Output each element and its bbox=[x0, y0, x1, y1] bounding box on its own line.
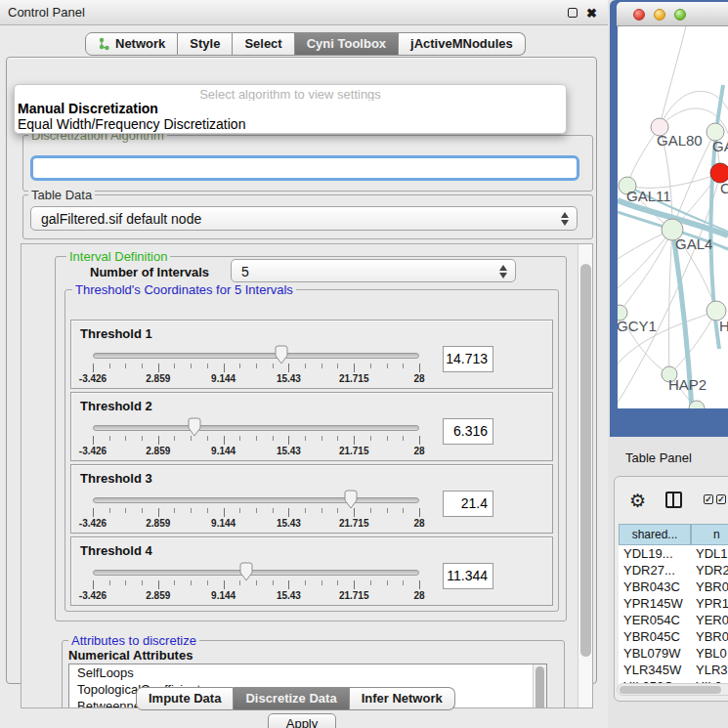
tab-select[interactable]: Select bbox=[233, 32, 294, 56]
network-window-titlebar[interactable] bbox=[617, 2, 728, 26]
column-header-name[interactable]: n bbox=[691, 524, 728, 545]
control-panel: Control Panel ✖ Network Style Select Cyn… bbox=[0, 0, 608, 728]
table-toolbar: ⚙ ✓ ✓ bbox=[615, 477, 728, 524]
algorithm-option-equal-width[interactable]: Equal Width/Frequency Discretization bbox=[15, 116, 566, 132]
threshold-3-slider-track[interactable] bbox=[93, 497, 419, 503]
node-table: shared... n YDL19... YDL1 YDR27... YDR2 bbox=[619, 524, 728, 685]
tab-discretize-data[interactable]: Discretize Data bbox=[234, 687, 349, 710]
algorithm-option-manual[interactable]: Manual Discretization bbox=[15, 101, 566, 116]
slider-ticks bbox=[93, 508, 421, 517]
threshold-2-slider-thumb[interactable] bbox=[186, 417, 203, 438]
settings-scroll-area: Interval Definition Number of Intervals … bbox=[21, 243, 593, 708]
zoom-traffic-light[interactable] bbox=[674, 9, 686, 21]
interval-definition-label: Interval Definition bbox=[66, 249, 170, 264]
table-row[interactable]: YLR345W YLR3 bbox=[619, 662, 728, 678]
label-h: H bbox=[719, 318, 728, 334]
table-horizontal-scrollbar[interactable] bbox=[617, 683, 728, 696]
threshold-1-slider-thumb[interactable] bbox=[273, 345, 290, 365]
table-data-label: Table Data bbox=[28, 188, 95, 202]
tab-network-label: Network bbox=[115, 33, 165, 55]
thresholds-group-label: Threshold's Coordinates for 5 Intervals bbox=[72, 282, 296, 297]
network-graph: GAL80 GA C GAL11 GAL4 GCY1 H HAP2 bbox=[618, 26, 728, 408]
algorithm-dropdown-popup: Select algorithm to view settings Manual… bbox=[14, 84, 567, 134]
algorithm-combobox-focused[interactable] bbox=[30, 155, 579, 181]
threshold-2-value-field[interactable]: 6.316 bbox=[443, 418, 493, 445]
tab-style[interactable]: Style bbox=[178, 32, 233, 56]
table-data-combobox[interactable]: galFiltered.sif default node bbox=[30, 206, 578, 231]
close-icon[interactable]: ✖ bbox=[586, 6, 597, 21]
cyni-toolbox-pane: Discretization Algorithm Table Data galF… bbox=[6, 57, 597, 684]
table-row[interactable]: YBL079W YBL0 bbox=[619, 645, 728, 662]
label-c: C bbox=[720, 180, 728, 196]
threshold-3-slider-thumb[interactable] bbox=[342, 490, 360, 510]
settings-scrollbar[interactable] bbox=[578, 244, 592, 707]
gear-icon[interactable]: ⚙ bbox=[629, 490, 646, 512]
column-header-shared-name[interactable]: shared... bbox=[619, 524, 691, 545]
table-rows: YDL19... YDL1 YDR27... YDR2 YBR043C YBR0 bbox=[619, 545, 728, 695]
list-scrollbar[interactable] bbox=[533, 664, 546, 708]
threshold-1-value-field[interactable]: 14.713 bbox=[443, 346, 493, 372]
threshold-3-value-field[interactable]: 21.4 bbox=[443, 491, 493, 517]
number-of-intervals-value: 5 bbox=[241, 264, 249, 279]
float-window-icon[interactable] bbox=[568, 8, 578, 18]
threshold-2-panel: Threshold 2 -3.4262.8599.14415.4321.7152… bbox=[70, 392, 553, 461]
table-panel: ⚙ ✓ ✓ shared... n YDL19... YDL1 YDR27...… bbox=[614, 476, 728, 702]
threshold-4-slider-track[interactable] bbox=[93, 570, 419, 576]
list-item[interactable]: SelfLoops bbox=[69, 664, 546, 681]
panel-title: Control Panel bbox=[8, 5, 85, 20]
threshold-2-slider-track[interactable] bbox=[93, 425, 419, 431]
label-gal11: GAL11 bbox=[626, 188, 671, 204]
slider-ticks bbox=[93, 580, 421, 589]
threshold-4-title: Threshold 4 bbox=[80, 543, 152, 558]
attributes-group-label: Attributes to discretize bbox=[68, 633, 199, 648]
close-traffic-light[interactable] bbox=[633, 9, 645, 21]
control-panel-titlebar: Control Panel ✖ bbox=[0, 0, 608, 25]
apply-button[interactable]: Apply bbox=[268, 713, 336, 728]
slider-ticks bbox=[93, 364, 421, 372]
numerical-attributes-label: Numerical Attributes bbox=[68, 648, 193, 663]
table-row[interactable]: YPR145W YPR1 bbox=[619, 595, 728, 612]
checkbox-icon[interactable]: ✓ bbox=[716, 494, 726, 504]
combo-stepper-icon bbox=[499, 264, 508, 279]
minimize-traffic-light[interactable] bbox=[654, 9, 665, 21]
combo-stepper-icon bbox=[561, 211, 570, 227]
tab-jactivemnodules[interactable]: jActiveMNodules bbox=[399, 32, 526, 56]
table-row[interactable]: YBR045C YBR0 bbox=[619, 628, 728, 645]
algorithm-placeholder-text: Select algorithm to view settings bbox=[15, 85, 566, 101]
table-row[interactable]: YER054C YER0 bbox=[619, 612, 728, 628]
label-gcy1: GCY1 bbox=[618, 318, 657, 334]
top-tab-bar: Network Style Select Cyni Toolbox jActiv… bbox=[85, 32, 526, 56]
network-view-window: GAL80 GA C GAL11 GAL4 GCY1 H HAP2 bbox=[610, 0, 728, 437]
slider-tick-labels: -3.4262.8599.14415.4321.71528 bbox=[93, 518, 419, 530]
network-canvas[interactable]: GAL80 GA C GAL11 GAL4 GCY1 H HAP2 bbox=[618, 26, 728, 408]
tab-network[interactable]: Network bbox=[85, 32, 178, 56]
threshold-2-title: Threshold 2 bbox=[80, 399, 152, 413]
table-panel-title: Table Panel bbox=[625, 450, 692, 465]
threshold-3-panel: Threshold 3 -3.4262.8599.14415.4321.7152… bbox=[70, 464, 553, 534]
threshold-4-value-field[interactable]: 11.344 bbox=[443, 563, 493, 589]
network-icon bbox=[98, 37, 110, 51]
number-of-intervals-combobox[interactable]: 5 bbox=[231, 259, 516, 282]
application-root: Control Panel ✖ Network Style Select Cyn… bbox=[0, 0, 728, 728]
threshold-4-slider-thumb[interactable] bbox=[237, 562, 255, 582]
label-gal4: GAL4 bbox=[675, 236, 712, 252]
bottom-tab-bar: Impute Data Discretize Data Infer Networ… bbox=[136, 687, 455, 710]
threshold-1-panel: Threshold 1 -3.4262.8599.14415.4321.7152… bbox=[70, 320, 553, 389]
checkbox-icon[interactable]: ✓ bbox=[704, 494, 713, 504]
tab-cyni-toolbox[interactable]: Cyni Toolbox bbox=[295, 32, 399, 56]
label-gal80: GAL80 bbox=[657, 132, 703, 149]
table-row[interactable]: YDR27... YDR2 bbox=[619, 562, 728, 578]
table-row[interactable]: YBR043C YBR0 bbox=[619, 578, 728, 595]
tab-impute-data[interactable]: Impute Data bbox=[136, 687, 234, 710]
threshold-1-slider-track[interactable] bbox=[93, 353, 419, 359]
slider-tick-labels: -3.4262.8599.14415.4321.71528 bbox=[93, 446, 419, 457]
label-hap2: HAP2 bbox=[668, 376, 707, 393]
tab-infer-network[interactable]: Infer Network bbox=[350, 687, 455, 710]
threshold-3-title: Threshold 3 bbox=[80, 471, 152, 486]
table-row[interactable]: YDL19... YDL1 bbox=[619, 545, 728, 562]
split-columns-icon[interactable] bbox=[665, 492, 682, 508]
slider-tick-labels: -3.4262.8599.14415.4321.71528 bbox=[93, 373, 419, 385]
label-ga: GA bbox=[712, 138, 728, 154]
threshold-1-title: Threshold 1 bbox=[80, 326, 152, 341]
table-data-value: galFiltered.sif default node bbox=[41, 211, 201, 227]
